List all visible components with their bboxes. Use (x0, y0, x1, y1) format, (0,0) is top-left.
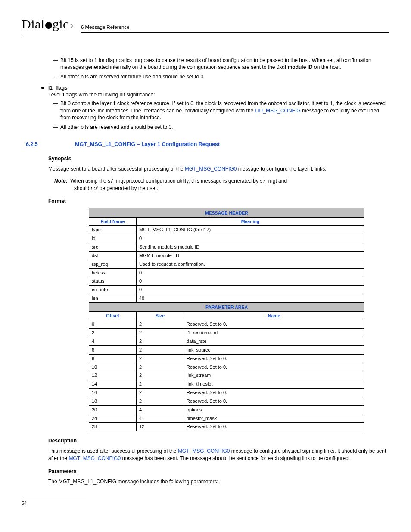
table-row: id0 (89, 234, 364, 243)
cell-size: 2 (137, 320, 184, 329)
cell-offset: 14 (89, 380, 137, 389)
cell-field: err_info (89, 286, 137, 294)
page-content: Bit 15 is set to 1 for diagnostics purpo… (48, 57, 388, 485)
cross-ref-link[interactable]: MGT_MSG_CONFIG0 (68, 455, 121, 461)
table-row: 204options (89, 405, 364, 414)
cell-name: Reserved. Set to 0. (184, 354, 364, 363)
cell-name: Reserved. Set to 0. (184, 363, 364, 371)
cell-field: id (89, 234, 137, 243)
section-title: MGT_MSG_L1_CONFIG – Layer 1 Configuratio… (75, 141, 220, 148)
table-row: err_info0 (89, 286, 364, 294)
cell-offset: 6 (89, 345, 137, 354)
table-row: 244timeslot_mask (89, 414, 364, 423)
brand-logo: Dialgic® (22, 16, 73, 33)
cell-offset: 2 (89, 329, 137, 337)
cell-offset: 24 (89, 414, 137, 423)
table-row: hclass0 (89, 268, 364, 277)
footer-rule (22, 498, 86, 498)
cell-size: 4 (137, 414, 184, 423)
table-row: 162Reserved. Set to 0. (89, 389, 364, 397)
parameters-text: The MGT_MSG_L1_CONFIG message includes t… (48, 478, 388, 485)
page-footer: 54 (22, 498, 389, 507)
table-row: srcSending module's module ID (89, 243, 364, 252)
cell-meaning: Used to request a confirmation. (137, 260, 364, 268)
cell-meaning: 40 (137, 294, 364, 303)
cell-offset: 12 (89, 371, 137, 380)
cell-size: 4 (137, 405, 184, 414)
col-header: Meaning (137, 218, 364, 226)
cell-meaning: MGT_MSG_L1_CONFIG (0x7f17) (137, 226, 364, 234)
cell-name: options (184, 405, 364, 414)
param-label: l1_flags (48, 85, 68, 91)
text: be generated by the user. (98, 185, 158, 191)
col-header: Name (184, 312, 364, 320)
cell-name: l1_resource_id (184, 329, 364, 337)
table-row: 62link_source (89, 345, 364, 354)
cell-offset: 28 (89, 423, 137, 431)
cell-size: 2 (137, 389, 184, 397)
cross-ref-link[interactable]: MGT_MSG_CONFIG0 (185, 166, 237, 172)
page-header: Dialgic® 6 Message Reference (22, 16, 389, 35)
cell-field: len (89, 294, 137, 303)
cell-offset: 20 (89, 405, 137, 414)
table-row: dstMGMT_module_ID (89, 251, 364, 260)
text: on the host. (313, 64, 341, 70)
list-item: Bit 15 is set to 1 for diagnostics purpo… (48, 57, 388, 71)
cell-name: link_source (184, 345, 364, 354)
text: Message sent to a board after successful… (48, 166, 185, 172)
cell-meaning: 0 (137, 268, 364, 277)
col-header: Size (137, 312, 184, 320)
cell-size: 2 (137, 380, 184, 389)
table-row: 22l1_resource_id (89, 329, 364, 337)
cell-name: link_stream (184, 371, 364, 380)
bold-text: module ID (288, 64, 313, 70)
section-number: 6.2.5 (26, 141, 75, 148)
table-band: MESSAGE HEADER (89, 208, 364, 218)
cell-field: src (89, 243, 137, 252)
nested-dash-list: Bit 0 controls the layer 1 clock referen… (48, 100, 388, 131)
cell-name: Reserved. Set to 0. (184, 397, 364, 405)
cell-offset: 4 (89, 337, 137, 345)
message-format-table: MESSAGE HEADER Field Name Meaning typeMG… (89, 208, 364, 431)
cell-size: 12 (137, 423, 184, 431)
chapter-reference: 6 Message Reference (81, 24, 389, 33)
text: This message is used after successful pr… (48, 448, 178, 454)
text: When using the s7_mgt protocol configura… (70, 178, 287, 184)
cell-field: type (89, 226, 137, 234)
cell-offset: 0 (89, 320, 137, 329)
list-item: l1_flags Level 1 flags with the followin… (41, 84, 388, 131)
table-row: typeMGT_MSG_L1_CONFIG (0x7f17) (89, 226, 364, 234)
description-heading: Description (48, 437, 388, 444)
table-row: 02Reserved. Set to 0. (89, 320, 364, 329)
emphasis: not (91, 185, 98, 191)
cell-size: 2 (137, 354, 184, 363)
text: should (74, 185, 91, 191)
cell-meaning: Sending module's module ID (137, 243, 364, 252)
cell-offset: 8 (89, 354, 137, 363)
cell-field: status (89, 277, 137, 286)
cell-name: Reserved. Set to 0. (184, 389, 364, 397)
cell-offset: 10 (89, 363, 137, 371)
list-item: All other bits are reserved for future u… (48, 73, 388, 80)
text: message to configure the layer 1 links. (237, 166, 327, 172)
cell-meaning: 0 (137, 286, 364, 294)
format-heading: Format (48, 198, 388, 205)
table-row: 42data_rate (89, 337, 364, 345)
cell-field: dst (89, 251, 137, 260)
param-desc: Level 1 flags with the following bit sig… (48, 91, 388, 98)
cell-size: 2 (137, 329, 184, 337)
page-number: 54 (22, 501, 27, 506)
cell-offset: 18 (89, 397, 137, 405)
table-row: rsp_reqUsed to request a confirmation. (89, 260, 364, 268)
cell-name: Reserved. Set to 0. (184, 423, 364, 431)
cross-ref-link[interactable]: LIU_MSG_CONFIG (255, 108, 301, 114)
table-band: PARAMETER AREA (89, 302, 364, 311)
col-header: Field Name (89, 218, 137, 226)
cell-size: 2 (137, 397, 184, 405)
parameters-heading: Parameters (48, 468, 388, 475)
table-row: len40 (89, 294, 364, 303)
note-block: Note: When using the s7_mgt protocol con… (54, 177, 388, 191)
cell-name: link_timeslot (184, 380, 364, 389)
cell-field: rsp_req (89, 260, 137, 268)
cross-ref-link[interactable]: MGT_MSG_CONFIG0 (178, 448, 230, 454)
